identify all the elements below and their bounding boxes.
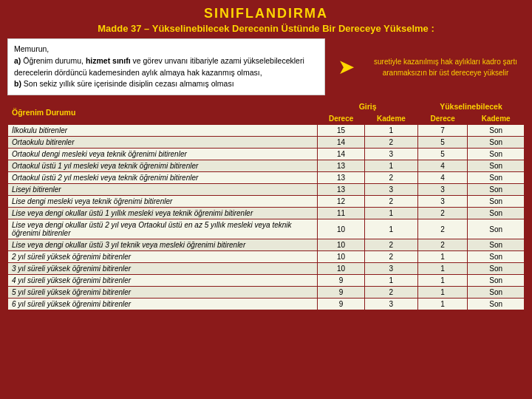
yuksel-kademe-cell: Son [468,149,525,160]
yuksel-kademe-cell: Son [468,208,525,219]
table-row: Ortaokulu bitirenler 14 2 5 Son [8,137,525,149]
info-text-line3: Son sekiz yıllık süre içerisinde disipli… [24,79,234,88]
ogrenim-cell: Ortaokulu bitirenler [8,137,318,149]
sub-header-derece1: Derece [318,113,364,125]
ogrenim-cell: Ortaokul üstü 1 yıl mesleki veya teknik … [8,160,318,172]
giris-derece-cell: 9 [318,275,364,287]
table-row: Lise veya dengi okullar üstü 1 yıllık me… [8,208,525,219]
yuksel-derece-cell: 4 [417,172,467,184]
yuksel-derece-cell: 1 [417,287,467,299]
info-text-line1: Memurun, [14,44,49,53]
giris-derece-cell: 10 [318,219,364,239]
yuksel-derece-cell: 1 [417,299,467,310]
table-container: Öğrenim Durumu Giriş Yükselinebilecek De… [7,100,525,310]
giris-derece-cell: 14 [318,149,364,160]
yuksel-derece-cell: 5 [417,137,467,149]
main-table: Öğrenim Durumu Giriş Yükselinebilecek De… [7,100,525,310]
giris-derece-cell: 13 [318,172,364,184]
table-row: Lise veya dengi okullar üstü 2 yıl veya … [8,219,525,239]
giris-kademe-cell: 3 [364,149,417,160]
ogrenim-cell: 4 yıl süreli yüksek öğrenimi bitirenler [8,275,318,287]
giris-kademe-cell: 2 [364,251,417,263]
giris-derece-cell: 10 [318,251,364,263]
yuksel-derece-cell: 2 [417,219,467,239]
giris-derece-cell: 10 [318,263,364,275]
giris-derece-cell: 13 [318,184,364,196]
yuksel-kademe-cell: Son [468,137,525,149]
giris-kademe-cell: 1 [364,208,417,219]
giris-derece-cell: 10 [318,239,364,251]
giris-kademe-cell: 2 [364,196,417,208]
table-row: 6 yıl süreli yüksek öğrenimi bitirenler … [8,299,525,310]
giris-derece-cell: 9 [318,287,364,299]
ogrenim-cell: Ortaokul üstü 2 yıl mesleki veya teknik … [8,172,318,184]
arrow-icon: ➤ [338,55,355,79]
table-row: Ortaokul dengi mesleki veya teknik öğren… [8,149,525,160]
ogrenim-cell: Lise dengi mesleki veya teknik öğrenimi … [8,196,318,208]
table-row: 5 yıl süreli yüksek öğrenimi bitirenler … [8,287,525,299]
sub-header-derece2: Derece [417,113,467,125]
yuksel-derece-cell: 1 [417,263,467,275]
ogrenim-cell: Ortaokul dengi mesleki veya teknik öğren… [8,149,318,160]
yuksel-kademe-cell: Son [468,125,525,137]
ogrenim-cell: 2 yıl süreli yüksek öğrenimi bitirenler [8,251,318,263]
giris-kademe-cell: 2 [364,172,417,184]
col-giris-header: Giriş [318,100,418,113]
yuksel-derece-cell: 7 [417,125,467,137]
yuksel-kademe-cell: Son [468,239,525,251]
info-row: Memurun, a) Öğrenim durumu, hizmet sınıf… [7,38,525,95]
yuksel-kademe-cell: Son [468,172,525,184]
table-row: İlkokulu bitirenler 15 1 7 Son [8,125,525,137]
info-text-line2: Öğrenim durumu, hizmet sınıfı ve görev u… [14,56,304,77]
table-row: Lise dengi mesleki veya teknik öğrenimi … [8,196,525,208]
giris-kademe-cell: 3 [364,184,417,196]
giris-kademe-cell: 1 [364,125,417,137]
yuksel-derece-cell: 1 [417,275,467,287]
yuksel-derece-cell: 2 [417,208,467,219]
table-body: İlkokulu bitirenler 15 1 7 Son Ortaokulu… [8,125,525,310]
table-row: 4 yıl süreli yüksek öğrenimi bitirenler … [8,275,525,287]
col-yuksel-header: Yükselinebilecek [417,100,524,113]
yuksel-kademe-cell: Son [468,251,525,263]
giris-derece-cell: 15 [318,125,364,137]
main-title: SINIFLANDIRMA [7,6,525,21]
info-box: Memurun, a) Öğrenim durumu, hizmet sınıf… [7,38,325,95]
table-header-row1: Öğrenim Durumu Giriş Yükselinebilecek [8,100,525,113]
info-label-b: b) [14,79,21,88]
giris-kademe-cell: 1 [364,219,417,239]
giris-kademe-cell: 1 [364,275,417,287]
ogrenim-cell: 3 yıl süreli yüksek öğrenimi bitirenler [8,263,318,275]
sub-header-kademe1: Kademe [364,113,417,125]
ogrenim-cell: Lise veya dengi okullar üstü 3 yıl tekni… [8,239,318,251]
yuksel-derece-cell: 2 [417,239,467,251]
ogrenim-cell: Lise veya dengi okullar üstü 2 yıl veya … [8,219,318,239]
yuksel-kademe-cell: Son [468,263,525,275]
sub-header-kademe2: Kademe [468,113,525,125]
table-row: Liseyi bitirenler 13 3 3 Son [8,184,525,196]
yuksel-kademe-cell: Son [468,196,525,208]
yuksel-kademe-cell: Son [468,184,525,196]
yuksel-derece-cell: 4 [417,160,467,172]
yuksel-kademe-cell: Son [468,299,525,310]
yuksel-kademe-cell: Son [468,275,525,287]
col-ogrenim-header: Öğrenim Durumu [8,100,318,125]
table-row: 3 yıl süreli yüksek öğrenimi bitirenler … [8,263,525,275]
giris-kademe-cell: 2 [364,239,417,251]
table-row: 2 yıl süreli yüksek öğrenimi bitirenler … [8,251,525,263]
giris-derece-cell: 9 [318,299,364,310]
ogrenim-cell: İlkokulu bitirenler [8,125,318,137]
yuksel-kademe-cell: Son [468,287,525,299]
giris-derece-cell: 11 [318,208,364,219]
giris-kademe-cell: 3 [364,263,417,275]
giris-kademe-cell: 3 [364,299,417,310]
yuksel-derece-cell: 3 [417,196,467,208]
yuksel-derece-cell: 1 [417,251,467,263]
ogrenim-cell: 6 yıl süreli yüksek öğrenimi bitirenler [8,299,318,310]
ogrenim-cell: Liseyi bitirenler [8,184,318,196]
giris-kademe-cell: 2 [364,287,417,299]
giris-kademe-cell: 2 [364,137,417,149]
giris-derece-cell: 14 [318,137,364,149]
side-box: suretiyle kazanılmış hak aylıkları kadro… [366,38,525,95]
yuksel-derece-cell: 3 [417,184,467,196]
table-row: Ortaokul üstü 1 yıl mesleki veya teknik … [8,160,525,172]
